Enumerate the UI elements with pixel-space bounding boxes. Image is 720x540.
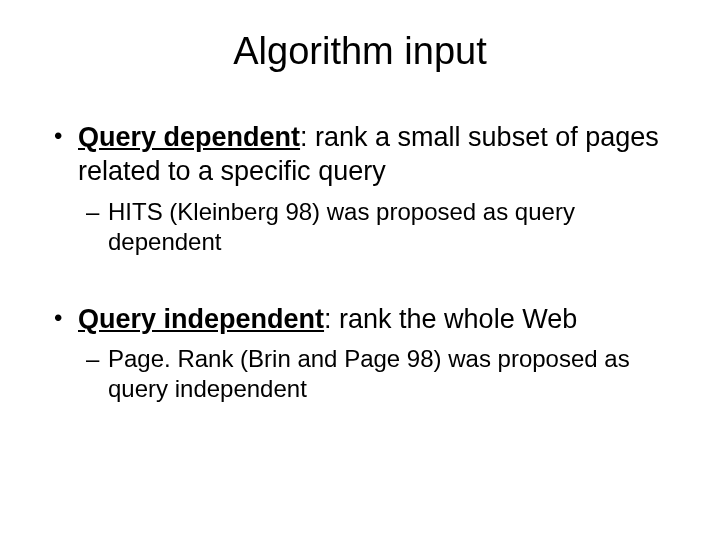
bullet-level1: Query dependent: rank a small subset of … <box>50 121 670 189</box>
bullet-text: : rank the whole Web <box>324 304 577 334</box>
bullet-level2: Page. Rank (Brin and Page 98) was propos… <box>82 344 670 404</box>
bullet-bold-term: Query independent <box>78 304 324 334</box>
bullet-level1: Query independent: rank the whole Web <box>50 303 670 337</box>
bullet-bold-term: Query dependent <box>78 122 300 152</box>
slide: Algorithm input Query dependent: rank a … <box>0 0 720 540</box>
sub-bullet-text: Page. Rank (Brin and Page 98) was propos… <box>108 345 630 402</box>
spacer <box>50 265 670 303</box>
sub-bullet-text: HITS (Kleinberg 98) was proposed as quer… <box>108 198 575 255</box>
bullet-level2: HITS (Kleinberg 98) was proposed as quer… <box>82 197 670 257</box>
slide-title: Algorithm input <box>50 30 670 73</box>
